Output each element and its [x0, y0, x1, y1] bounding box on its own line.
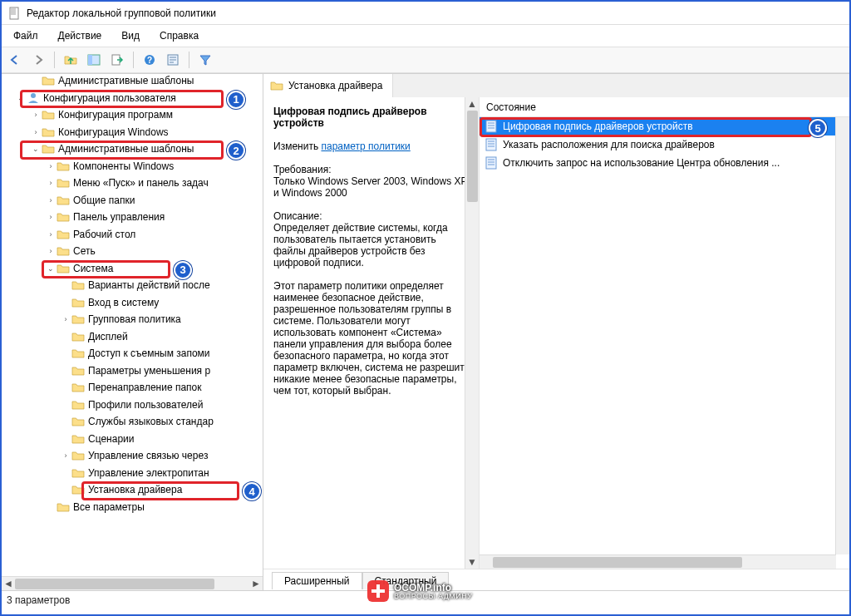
- expander-closed-icon[interactable]: ›: [45, 213, 57, 221]
- filter-button[interactable]: [195, 50, 215, 70]
- list-body[interactable]: Цифровая подпись драйверов устройствУказ…: [480, 117, 849, 172]
- tree-item[interactable]: ⌄Система: [5, 260, 263, 278]
- tree-item-label: Панель управления: [73, 211, 165, 223]
- tree-item-label: Параметры уменьшения р: [88, 365, 210, 377]
- watermark: OCOMP.info ВОПРОСЫ АДМИНУ: [367, 580, 473, 602]
- expander-closed-icon[interactable]: ›: [30, 111, 42, 119]
- up-button[interactable]: [61, 50, 81, 70]
- back-button[interactable]: [5, 50, 25, 70]
- tree-item-label: Управление связью через: [88, 450, 208, 461]
- tree-item[interactable]: ›Меню «Пуск» и панель задач: [5, 175, 263, 192]
- tree-item[interactable]: Варианты действий после: [5, 277, 263, 294]
- list-header[interactable]: Состояние: [480, 97, 849, 117]
- tree-item[interactable]: Дисплей: [5, 328, 263, 346]
- folder-icon: [42, 108, 55, 121]
- toolbar: ?: [2, 47, 849, 73]
- menu-action[interactable]: Действие: [50, 28, 111, 43]
- tree-item-label: Общие папки: [73, 195, 135, 206]
- tree[interactable]: Административные шаблоны⌄Конфигурация по…: [5, 74, 263, 568]
- tree-item-label: Групповая политика: [88, 313, 181, 325]
- tab-extended[interactable]: Расширенный: [272, 572, 362, 589]
- tree-item[interactable]: Все параметры: [5, 499, 263, 516]
- list-horizontal-scrollbar[interactable]: [480, 554, 836, 569]
- policy-name: Цифровая подпись драйверов устройств: [273, 106, 470, 129]
- tree-item[interactable]: Параметры уменьшения р: [5, 362, 263, 380]
- list-row-label: Цифровая подпись драйверов устройств: [503, 121, 693, 132]
- content-pane: Установка драйвера Цифровая подпись драй…: [263, 74, 849, 590]
- folder-icon: [71, 278, 85, 292]
- list-row-label: Указать расположения для поиска драйверо…: [503, 139, 715, 150]
- expander-open-icon[interactable]: ⌄: [15, 94, 27, 102]
- svg-rect-7: [88, 55, 92, 65]
- tree-item[interactable]: Установка драйвера: [5, 481, 263, 499]
- menu-view[interactable]: Вид: [113, 28, 148, 43]
- tree-item[interactable]: ⌄Конфигурация пользователя: [5, 90, 263, 107]
- help-button[interactable]: ?: [140, 50, 160, 70]
- tree-item[interactable]: ⌄Административные шаблоны: [5, 140, 263, 158]
- tree-item[interactable]: ›Компоненты Windows: [5, 158, 263, 175]
- edit-policy-link[interactable]: параметр политики: [321, 140, 410, 152]
- tree-item-label: Профили пользователей: [88, 399, 203, 411]
- list-row[interactable]: Указать расположения для поиска драйверо…: [480, 136, 849, 154]
- list-row[interactable]: Отключить запрос на использование Центра…: [480, 154, 849, 172]
- menu-help[interactable]: Справка: [151, 28, 207, 43]
- tree-item-label: Дисплей: [88, 331, 128, 342]
- watermark-icon: [367, 580, 389, 602]
- folder-icon: [71, 296, 85, 309]
- tree-item[interactable]: ›Общие папки: [5, 192, 263, 209]
- tree-item[interactable]: Административные шаблоны: [5, 74, 263, 90]
- expander-closed-icon[interactable]: ›: [45, 179, 57, 187]
- folder-icon: [57, 262, 70, 275]
- list-vertical-scrollbar[interactable]: [835, 117, 849, 554]
- tree-item[interactable]: Перенаправление папок: [5, 379, 263, 397]
- tree-item[interactable]: ›Конфигурация программ: [5, 106, 263, 124]
- requirements-label: Требования:: [273, 164, 470, 175]
- expander-open-icon[interactable]: ⌄: [30, 145, 42, 153]
- tree-item[interactable]: ›Сеть: [5, 243, 263, 260]
- tree-item[interactable]: Службы языковых стандар: [5, 413, 263, 431]
- tree-item-label: Рабочий стол: [73, 229, 135, 240]
- tree-item[interactable]: ›Групповая политика: [5, 311, 263, 328]
- tree-item[interactable]: Сценарии: [5, 431, 263, 448]
- tree-item-label: Вход в систему: [88, 297, 159, 308]
- tree-item[interactable]: Доступ к съемным запоми: [5, 345, 263, 362]
- export-button[interactable]: [107, 50, 127, 70]
- tree-item[interactable]: ›Конфигурация Windows: [5, 124, 263, 141]
- tree-item[interactable]: Профили пользователей: [5, 397, 263, 414]
- tree-item-label: Все параметры: [73, 501, 145, 513]
- tree-item-label: Система: [73, 263, 113, 274]
- show-hide-tree-button[interactable]: [84, 50, 104, 70]
- tree-horizontal-scrollbar[interactable]: ◄►: [2, 576, 263, 590]
- folder-icon: [71, 483, 85, 496]
- tree-item[interactable]: Управление электропитан: [5, 465, 263, 482]
- expander-closed-icon[interactable]: ›: [45, 162, 57, 170]
- list-row[interactable]: Цифровая подпись драйверов устройств: [480, 117, 849, 136]
- tree-item[interactable]: ›Рабочий стол: [5, 226, 263, 244]
- col-header-state[interactable]: Состояние: [480, 100, 543, 115]
- policy-icon: [485, 156, 498, 170]
- expander-open-icon[interactable]: ⌄: [45, 264, 57, 273]
- watermark-tag: ВОПРОСЫ АДМИНУ: [394, 593, 473, 600]
- tree-item-label: Службы языковых стандар: [88, 416, 214, 427]
- path-tab[interactable]: Установка драйвера: [263, 74, 393, 97]
- tree-item-label: Компоненты Windows: [73, 160, 174, 172]
- expander-closed-icon[interactable]: ›: [45, 247, 57, 255]
- folder-icon: [270, 79, 283, 92]
- tree-item[interactable]: ›Управление связью через: [5, 447, 263, 465]
- desc-vertical-scrollbar[interactable]: ▲▼: [465, 97, 479, 569]
- properties-button[interactable]: [163, 50, 183, 70]
- expander-closed-icon[interactable]: ›: [45, 196, 57, 205]
- folder-icon: [42, 142, 55, 155]
- expander-closed-icon[interactable]: ›: [60, 315, 71, 323]
- forward-button[interactable]: [28, 50, 48, 70]
- tree-item-label: Конфигурация пользователя: [43, 92, 176, 104]
- expander-closed-icon[interactable]: ›: [60, 451, 71, 460]
- expander-closed-icon[interactable]: ›: [30, 128, 42, 136]
- menu-file[interactable]: Файл: [5, 28, 47, 43]
- tree-item[interactable]: ›Панель управления: [5, 209, 263, 226]
- policy-icon: [485, 120, 498, 133]
- expander-closed-icon[interactable]: ›: [45, 230, 57, 239]
- requirements-text: Только Windows Server 2003, Windows XP и…: [273, 175, 470, 199]
- tree-item-label: Административные шаблоны: [58, 143, 194, 155]
- tree-item[interactable]: Вход в систему: [5, 294, 263, 312]
